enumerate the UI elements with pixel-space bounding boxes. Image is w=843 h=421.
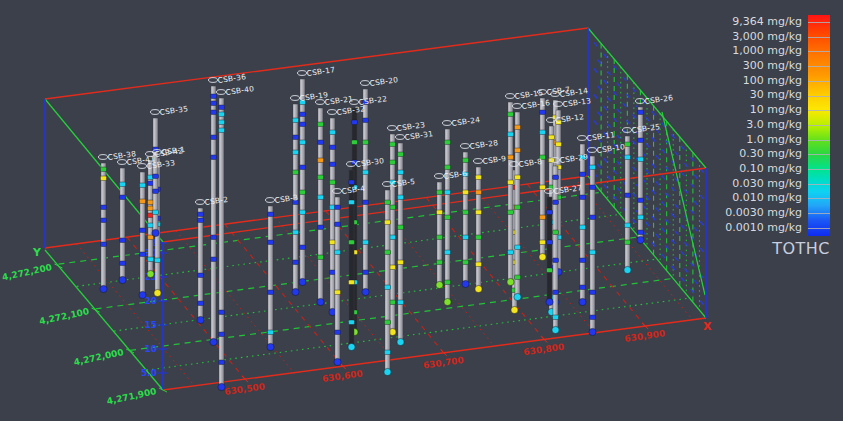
borehole-csb-11[interactable] bbox=[579, 144, 586, 306]
sample-band bbox=[219, 105, 225, 110]
sample-band bbox=[580, 172, 586, 177]
borehole-scene[interactable]: 630,500630,600630,700630,800630,9004,272… bbox=[0, 0, 843, 421]
sample-band bbox=[300, 190, 306, 195]
borehole-csb-9[interactable] bbox=[475, 167, 482, 293]
sample-band bbox=[268, 240, 274, 245]
borehole-csb-7[interactable] bbox=[539, 98, 546, 261]
collar-marker bbox=[588, 148, 597, 153]
sample-band bbox=[219, 332, 225, 337]
legend-tick bbox=[808, 37, 830, 38]
bottom-cap bbox=[637, 236, 644, 243]
legend-entry: 1.0 mg/kg bbox=[725, 133, 808, 148]
sample-band bbox=[352, 140, 358, 145]
borehole-csb-10[interactable] bbox=[589, 156, 596, 336]
sample-band bbox=[590, 165, 596, 170]
borehole-csb-16[interactable] bbox=[514, 112, 521, 301]
legend-tick bbox=[808, 66, 830, 67]
sample-band bbox=[638, 230, 644, 235]
legend: 9,364 mg/kg3,000 mg/kg1,000 mg/kg300 mg/… bbox=[725, 15, 830, 236]
legend-entry: 9,364 mg/kg bbox=[725, 15, 808, 30]
sample-band bbox=[211, 155, 217, 160]
sample-band bbox=[120, 238, 126, 243]
legend-tick bbox=[808, 169, 830, 170]
borehole-csb-27[interactable] bbox=[546, 197, 553, 306]
sample-band bbox=[463, 190, 469, 195]
bottom-cap bbox=[210, 338, 217, 345]
borehole-csb-21[interactable] bbox=[317, 108, 324, 306]
sample-band bbox=[300, 210, 306, 215]
svg-text:4,272,200: 4,272,200 bbox=[1, 262, 53, 282]
sample-band bbox=[318, 122, 324, 127]
borehole-name: CSB-26 bbox=[644, 93, 674, 106]
collar-marker bbox=[209, 78, 218, 83]
sample-band bbox=[385, 250, 391, 255]
borehole-csb-2[interactable] bbox=[197, 208, 204, 324]
sample-band bbox=[349, 180, 355, 185]
borehole-csb-3[interactable] bbox=[267, 206, 274, 351]
sample-band bbox=[580, 285, 586, 290]
legend-tick bbox=[808, 125, 830, 126]
sample-band bbox=[140, 199, 146, 204]
bottom-cap bbox=[139, 291, 146, 298]
sample-band bbox=[101, 242, 107, 247]
legend-entry: 100 mg/kg bbox=[725, 74, 808, 89]
sample-band bbox=[330, 130, 336, 135]
borehole-csb-4[interactable] bbox=[334, 197, 341, 366]
borehole-csb-33[interactable] bbox=[139, 172, 146, 299]
borehole-csb-36[interactable] bbox=[210, 86, 217, 346]
borehole-name: CSB-35 bbox=[159, 104, 189, 117]
sample-band bbox=[148, 235, 154, 240]
borehole-csb-40[interactable] bbox=[218, 98, 225, 391]
sample-band bbox=[211, 94, 217, 99]
sample-band bbox=[437, 260, 443, 265]
sample-band bbox=[363, 170, 369, 175]
svg-text:15: 15 bbox=[144, 320, 157, 330]
collar-marker bbox=[99, 155, 108, 160]
collar-marker bbox=[266, 198, 275, 203]
sample-band bbox=[318, 255, 324, 260]
borehole-csb-6[interactable] bbox=[436, 182, 443, 289]
bottom-cap bbox=[511, 306, 518, 313]
borehole-name: CSB-4 bbox=[341, 184, 366, 196]
borehole-csb-25[interactable] bbox=[624, 136, 631, 274]
legend-tick bbox=[808, 154, 830, 155]
sample-band bbox=[476, 235, 482, 240]
borehole-csb-17[interactable] bbox=[299, 79, 306, 286]
sample-band bbox=[219, 112, 225, 117]
sample-band bbox=[330, 270, 336, 275]
borehole-csb-35[interactable] bbox=[152, 118, 159, 237]
borehole-csb-5[interactable] bbox=[384, 190, 391, 376]
borehole-csb-30[interactable] bbox=[348, 170, 355, 351]
sample-band bbox=[398, 225, 404, 230]
sample-band bbox=[580, 258, 586, 263]
borehole-csb-41[interactable] bbox=[119, 168, 126, 284]
bottom-cap bbox=[436, 281, 443, 288]
sample-band bbox=[547, 240, 553, 245]
sample-band bbox=[553, 290, 559, 295]
bottom-cap bbox=[317, 298, 324, 305]
bottom-cap bbox=[299, 278, 306, 285]
borehole-csb-15[interactable] bbox=[507, 102, 514, 286]
sample-band bbox=[390, 142, 396, 147]
borehole-csb-31[interactable] bbox=[397, 143, 404, 346]
bottom-cap bbox=[119, 276, 126, 283]
viewport-3d[interactable]: 630,500630,600630,700630,800630,9004,272… bbox=[0, 0, 843, 421]
sample-band bbox=[268, 290, 274, 295]
sample-band bbox=[547, 210, 553, 215]
legend-entry: 30 mg/kg bbox=[725, 88, 808, 103]
sample-band bbox=[580, 195, 586, 200]
sample-band bbox=[318, 140, 324, 145]
bottom-cap bbox=[100, 285, 107, 292]
sample-band bbox=[363, 200, 369, 205]
svg-text:20: 20 bbox=[144, 296, 157, 306]
sample-band bbox=[638, 215, 644, 220]
borehole-csb-38[interactable] bbox=[100, 163, 107, 293]
sample-band bbox=[385, 320, 391, 325]
sample-band bbox=[211, 257, 217, 262]
collar-marker bbox=[396, 135, 405, 140]
borehole-csb-24[interactable] bbox=[444, 129, 451, 306]
sample-band bbox=[268, 330, 274, 335]
legend-tick bbox=[808, 22, 830, 23]
legend-entry: 1,000 mg/kg bbox=[725, 44, 808, 59]
borehole-name: CSB-36 bbox=[217, 72, 247, 85]
